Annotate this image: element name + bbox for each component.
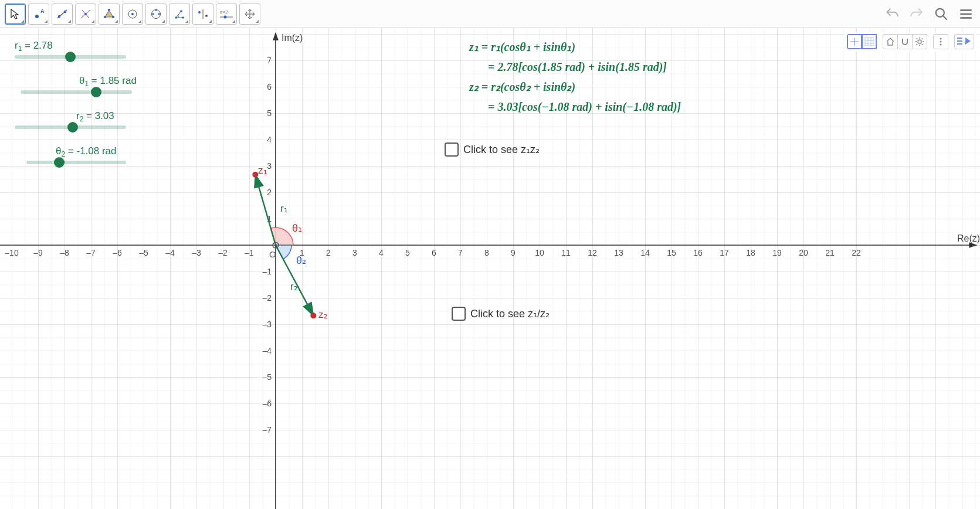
theta1-label: θ₁ [292,222,302,235]
graphics-view[interactable]: –10–9–8 –7–6–5 –4–3–2 –1 123 456 789 101… [0,28,980,509]
svg-point-4 [64,10,66,12]
x-axis-label: Re(z) [957,233,980,244]
svg-text:–7: –7 [86,248,96,257]
show-quotient-checkbox[interactable]: Click to see z₁/z₂ [452,307,550,321]
svg-point-85 [310,313,316,318]
angle-tool[interactable] [169,4,190,25]
svg-text:–2: –2 [262,293,272,303]
svg-text:–1: –1 [262,267,272,276]
svg-text:6: 6 [267,82,272,91]
vertical-dots[interactable] [933,34,948,49]
svg-text:–7: –7 [262,425,272,435]
svg-point-105 [940,40,941,42]
svg-text:2: 2 [267,188,272,197]
show-product-checkbox[interactable]: Click to see z₁z₂ [445,142,540,157]
equation-z1-form: z₁ = r₁(cosθ₁ + isinθ₁) [469,37,681,57]
svg-point-9 [108,9,110,11]
svg-text:–10: –10 [5,248,19,257]
svg-line-103 [917,44,918,45]
r1-slider[interactable]: r1 = 2.78 [15,40,126,59]
svg-text:2: 2 [326,248,331,257]
svg-point-15 [152,13,154,15]
menu-button[interactable] [957,5,975,23]
equation-z2-form: z₂ = r₂(cosθ₂ + isinθ₂) [469,77,681,97]
point-tool[interactable]: A [28,4,49,25]
undo-button[interactable] [883,5,901,23]
svg-point-11 [104,16,106,18]
svg-text:–9: –9 [33,248,43,257]
svg-text:7: 7 [458,248,463,257]
svg-text:11: 11 [561,248,571,257]
svg-point-87 [274,244,277,246]
equation-z1-value: = 2.78[cos(1.85 rad) + isin(1.85 rad)] [469,57,681,77]
svg-text:15: 15 [667,248,676,257]
svg-point-1 [35,15,39,18]
checkbox-box[interactable] [445,142,459,157]
theta2-slider[interactable]: θ2 = -1.08 rad [26,145,126,164]
search-button[interactable] [932,5,951,23]
svg-point-27 [936,9,944,17]
r2-slider[interactable]: r2 = 3.03 [15,110,126,129]
svg-point-17 [155,9,157,11]
svg-marker-107 [965,38,971,45]
svg-point-104 [940,38,941,39]
circle-point-tool[interactable] [122,4,143,25]
svg-text:a=2: a=2 [220,9,228,15]
svg-text:13: 13 [614,248,623,257]
move-view-tool[interactable] [239,4,260,25]
svg-text:–5: –5 [139,248,148,257]
theta1-slider[interactable]: θ1 = 1.85 rad [21,75,137,94]
ellipse-tool[interactable] [145,4,167,25]
svg-point-10 [112,16,114,18]
tool-group: A a=2 [5,4,260,25]
origin-label: O [269,249,276,259]
svg-text:17: 17 [720,248,729,257]
perpendicular-tool[interactable] [75,4,96,25]
axes-toggle[interactable] [847,34,862,49]
svg-text:4: 4 [379,248,384,257]
svg-point-19 [182,16,184,19]
line-tool[interactable] [52,4,73,25]
settings-gear[interactable] [912,34,927,49]
svg-text:–1: –1 [245,248,254,257]
svg-text:18: 18 [746,248,755,257]
svg-line-100 [917,39,918,40]
svg-point-95 [918,40,921,43]
svg-rect-90 [865,38,873,46]
svg-text:21: 21 [825,248,835,257]
svg-point-84 [252,172,258,178]
svg-text:19: 19 [772,248,782,257]
svg-point-20 [180,10,182,12]
svg-text:–3: –3 [262,320,272,329]
snap-toggle[interactable] [897,34,913,49]
svg-text:–6: –6 [262,399,272,408]
svg-text:–6: –6 [113,248,122,257]
svg-point-3 [58,15,60,17]
svg-text:5: 5 [405,248,410,257]
svg-text:–3: –3 [192,248,201,257]
svg-text:–4: –4 [262,346,272,355]
checkbox-box[interactable] [452,307,466,321]
svg-text:20: 20 [799,248,808,257]
slider-tool[interactable]: a=2 [216,4,237,25]
show-quotient-label: Click to see z₁/z₂ [470,307,550,320]
reflect-tool[interactable] [192,4,213,25]
svg-point-13 [131,13,134,15]
top-toolbar: A a=2 [0,0,980,28]
move-tool[interactable] [5,4,26,25]
z1-label: z₁ [258,164,267,177]
redo-button[interactable] [907,5,926,23]
home-view[interactable] [883,34,898,49]
svg-line-101 [922,44,923,45]
svg-text:12: 12 [588,248,597,257]
svg-text:9: 9 [511,248,516,257]
svg-point-7 [84,13,87,15]
polygon-tool[interactable] [99,4,120,25]
svg-point-23 [205,15,208,17]
properties-panel[interactable] [954,34,974,49]
r1-label: r₁ [280,202,288,215]
r2-label: r₂ [290,280,298,293]
grid-toggle[interactable] [862,34,877,49]
svg-text:22: 22 [852,248,861,257]
svg-point-22 [198,11,201,13]
